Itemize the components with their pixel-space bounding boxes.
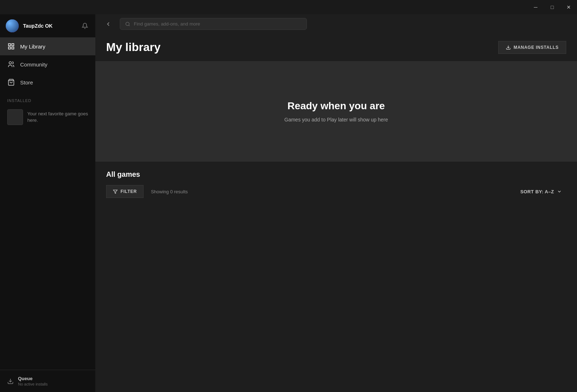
svg-rect-0 bbox=[9, 44, 11, 46]
sidebar-item-label: My Library bbox=[20, 43, 45, 50]
queue-subtitle: No active installs bbox=[18, 382, 48, 386]
notification-button[interactable] bbox=[80, 21, 90, 31]
library-icon bbox=[7, 42, 15, 50]
all-games-title: All games bbox=[106, 170, 566, 179]
sidebar-item-my-library[interactable]: My Library bbox=[0, 37, 95, 55]
sort-button[interactable]: SORT BY: A–Z bbox=[516, 186, 566, 197]
bell-icon bbox=[82, 23, 88, 29]
sidebar-item-label: Store bbox=[20, 79, 33, 86]
game-placeholder: Your next favorite game goes here. bbox=[7, 107, 88, 127]
hero-subtitle: Games you add to Play later will show up… bbox=[285, 117, 388, 123]
game-thumbnail bbox=[7, 109, 23, 125]
minimize-button[interactable]: ─ bbox=[527, 0, 544, 14]
community-icon bbox=[7, 60, 15, 68]
sidebar-item-label: Community bbox=[20, 61, 47, 68]
svg-line-8 bbox=[129, 25, 130, 26]
svg-rect-1 bbox=[12, 44, 14, 46]
svg-marker-10 bbox=[113, 190, 117, 193]
filter-icon bbox=[113, 189, 118, 194]
search-bar bbox=[120, 18, 307, 30]
app-container: TaupZdc OK My Library bbox=[0, 14, 577, 392]
svg-rect-3 bbox=[12, 47, 14, 49]
close-button[interactable]: ✕ bbox=[560, 0, 577, 14]
search-input[interactable] bbox=[134, 21, 301, 27]
queue-info: Queue No active installs bbox=[18, 376, 48, 386]
title-bar: ─ □ ✕ bbox=[0, 0, 577, 14]
maximize-button[interactable]: □ bbox=[544, 0, 560, 14]
installed-label: Installed bbox=[7, 98, 88, 103]
svg-rect-2 bbox=[9, 47, 11, 49]
download-icon bbox=[7, 378, 14, 384]
sidebar-item-community[interactable]: Community bbox=[0, 55, 95, 73]
sidebar: TaupZdc OK My Library bbox=[0, 14, 95, 392]
results-count: Showing 0 results bbox=[151, 189, 188, 194]
svg-point-4 bbox=[9, 62, 12, 64]
top-nav bbox=[95, 14, 577, 33]
store-icon bbox=[7, 78, 15, 86]
page-content: My library MANAGE INSTALLS Ready when yo… bbox=[95, 33, 577, 392]
manage-installs-label: MANAGE INSTALLS bbox=[514, 45, 559, 50]
back-icon bbox=[105, 21, 112, 27]
main-content: My library MANAGE INSTALLS Ready when yo… bbox=[95, 14, 577, 392]
filter-button[interactable]: FILTER bbox=[106, 185, 144, 198]
queue-title: Queue bbox=[18, 376, 48, 381]
manage-installs-button[interactable]: MANAGE INSTALLS bbox=[498, 41, 566, 54]
username-label: TaupZdc OK bbox=[23, 23, 76, 29]
avatar bbox=[6, 19, 19, 32]
sidebar-item-store[interactable]: Store bbox=[0, 73, 95, 91]
user-section: TaupZdc OK bbox=[0, 14, 95, 37]
sort-label: SORT BY: A–Z bbox=[520, 189, 554, 194]
hero-banner: Ready when you are Games you add to Play… bbox=[95, 61, 577, 162]
page-title: My library bbox=[106, 41, 160, 54]
queue-section: Queue No active installs bbox=[7, 376, 88, 386]
all-games-section: All games FILTER Showing 0 results SORT … bbox=[95, 162, 577, 207]
sidebar-bottom: Queue No active installs bbox=[0, 370, 95, 392]
avatar-image bbox=[6, 19, 19, 32]
filter-bar: FILTER Showing 0 results SORT BY: A–Z bbox=[106, 185, 566, 198]
back-button[interactable] bbox=[103, 18, 114, 30]
title-bar-controls: ─ □ ✕ bbox=[527, 0, 577, 14]
download-icon bbox=[506, 45, 511, 50]
installed-section: Installed Your next favorite game goes h… bbox=[0, 91, 95, 131]
search-icon bbox=[125, 22, 130, 27]
svg-point-7 bbox=[126, 22, 129, 25]
hero-title: Ready when you are bbox=[287, 100, 385, 112]
game-placeholder-text: Your next favorite game goes here. bbox=[27, 111, 88, 124]
page-header: My library MANAGE INSTALLS bbox=[95, 33, 577, 61]
chevron-down-icon bbox=[557, 189, 562, 194]
filter-label: FILTER bbox=[121, 189, 137, 194]
